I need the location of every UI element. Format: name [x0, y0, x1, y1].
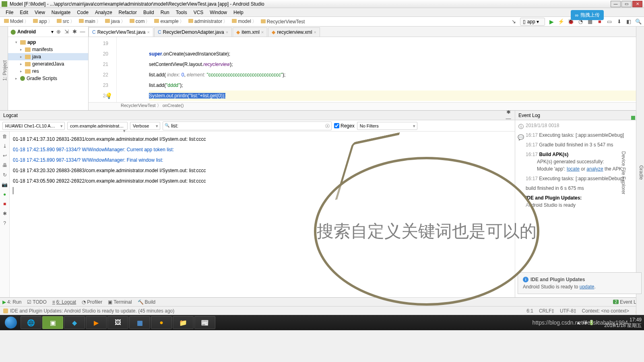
menu-edit[interactable]: Edit	[17, 10, 31, 15]
run-button[interactable]: ▶	[548, 19, 555, 25]
task-item[interactable]: 📁	[173, 316, 194, 329]
tab-RecyclerDemonAdapter.java[interactable]: C RecyclerDemonAdapter.java ×	[154, 27, 232, 37]
regex-checkbox[interactable]: Regex	[334, 123, 355, 129]
tree-generatedjava[interactable]: ▸generatedJava	[8, 60, 88, 68]
screenshot-icon[interactable]: 📷	[2, 181, 8, 188]
code-breadcrumb[interactable]: RecyclerViewTest 〉 onCreate()	[89, 102, 644, 110]
crumb-example[interactable]: example	[153, 18, 186, 25]
tab-recyclerview.xml[interactable]: ◆ recyclerview.xml ×	[268, 27, 320, 37]
crumb-app[interactable]: app	[31, 18, 54, 25]
tab-RecyclerViewTest.java[interactable]: C RecyclerViewTest.java ×	[89, 27, 153, 37]
balloon-icon[interactable]: 💬	[518, 134, 524, 140]
crumb-model[interactable]: model	[230, 18, 258, 25]
menu-navigate[interactable]: Navigate	[48, 10, 74, 15]
scroll-end-icon[interactable]: ⤓	[2, 143, 8, 149]
bottom-logcat[interactable]: ≡ 6: Logcat	[52, 299, 76, 305]
filter-combo[interactable]: No Filters	[357, 122, 417, 130]
close-icon[interactable]: ×	[147, 30, 150, 35]
logcat-output[interactable]: 01-18 17:41:37.310 26831-26831/com.examp…	[10, 132, 515, 297]
crumb-com[interactable]: com	[128, 18, 152, 25]
bottom-run[interactable]: ▶ 4: Run	[2, 299, 21, 305]
record-icon[interactable]: ●	[2, 191, 8, 197]
menu-build[interactable]: Build	[140, 10, 157, 15]
print-icon[interactable]: 🖶	[2, 162, 8, 169]
tree-header[interactable]: ⬤ Android ▾ ⊕ ⇲ ✱ —	[8, 27, 88, 37]
menu-refactor[interactable]: Refactor	[116, 10, 140, 15]
rail-project[interactable]: 1: Project	[2, 60, 8, 81]
task-item[interactable]: ◆	[64, 316, 85, 329]
crumb-main[interactable]: main	[77, 18, 103, 25]
editor-body[interactable]: 192021222324 super.onCreate(savedInstanc…	[89, 37, 644, 102]
sync-icon[interactable]: ↘	[510, 19, 517, 25]
crumb-java[interactable]: java	[103, 18, 127, 25]
device-combo[interactable]: HUAWEI Che1-CL10 A…	[2, 122, 65, 130]
sdk-icon[interactable]: ⬇	[616, 19, 622, 25]
tree-app[interactable]: ▾app	[8, 39, 88, 46]
search-icon[interactable]: 🔍	[635, 19, 642, 25]
restart-icon[interactable]: ↻	[2, 172, 8, 178]
context[interactable]: Context: <no context>	[582, 308, 629, 314]
lightbulb-icon[interactable]: 💡	[105, 90, 112, 101]
search-input[interactable]: list: ⓧ	[163, 121, 332, 130]
menu-vcs[interactable]: VCS	[190, 10, 207, 15]
close-icon[interactable]: ×	[261, 30, 264, 35]
task-item[interactable]: 📰	[194, 316, 215, 329]
wrap-icon[interactable]: ↩	[2, 152, 8, 159]
tree-res[interactable]: ▸res	[8, 68, 88, 75]
menu-tools[interactable]: Tools	[173, 10, 190, 15]
task-item[interactable]: 🖼	[107, 316, 128, 329]
crumb-recyclerviewtest[interactable]: RecyclerViewTest	[259, 19, 306, 25]
bottom-todo[interactable]: ☑ TODO	[27, 299, 46, 305]
minimize-button[interactable]: —	[611, 1, 621, 7]
collapse-icon[interactable]: ⇲	[63, 29, 70, 35]
tree-manifests[interactable]: ▸manifests	[8, 46, 88, 53]
terminate-icon[interactable]: ■	[2, 201, 8, 207]
charset[interactable]: UTF-8‡	[560, 308, 576, 314]
menu-help[interactable]: Help	[230, 10, 247, 15]
task-item[interactable]: ●	[151, 316, 172, 329]
update-popup[interactable]: iIDE and Plugin Updates Android Studio i…	[518, 272, 642, 294]
task-item[interactable]: 🌐	[21, 316, 41, 329]
tree-gradle-scripts[interactable]: ▸Gradle Scripts	[8, 75, 88, 82]
tree-java[interactable]: ▸java	[8, 53, 88, 60]
menu-code[interactable]: Code	[74, 10, 92, 15]
level-combo[interactable]: Verbose	[130, 122, 160, 130]
menu-run[interactable]: Run	[157, 10, 173, 15]
bottom-profiler[interactable]: ◔ Profiler	[82, 299, 102, 305]
settings-icon[interactable]: ✱	[2, 210, 8, 217]
layout-icon[interactable]: ◧	[625, 19, 632, 25]
bottom-build[interactable]: 🔨 Build	[138, 299, 156, 305]
cursor-pos[interactable]: 6:1	[526, 308, 533, 314]
target-icon[interactable]: ⊕	[55, 29, 62, 35]
close-icon[interactable]: ×	[226, 30, 228, 35]
menu-view[interactable]: View	[31, 10, 48, 15]
gear-icon[interactable]: ✱	[71, 29, 78, 35]
task-item[interactable]: ▣	[42, 316, 63, 329]
crumb-src[interactable]: src	[55, 18, 76, 25]
help-icon[interactable]: ?	[2, 220, 8, 226]
clear-search-icon[interactable]: ⓧ	[325, 123, 330, 129]
trash-icon[interactable]: 🗑	[2, 133, 8, 140]
apply-changes-icon[interactable]: ⚡	[558, 19, 564, 25]
avd-icon[interactable]: ▭	[606, 19, 613, 25]
maximize-button[interactable]: ▭	[621, 1, 632, 7]
close-button[interactable]: ✕	[632, 1, 642, 7]
crumb-model[interactable]: Model	[2, 18, 31, 25]
process-combo[interactable]: com.example.administrat…	[67, 122, 128, 130]
upload-badge[interactable]: ∞ 拖拽上传	[571, 10, 604, 20]
code[interactable]: super.onCreate(savedInstanceState); setC…	[117, 37, 644, 102]
hide-icon[interactable]: —	[79, 29, 86, 35]
update-link[interactable]: update	[580, 284, 594, 290]
crumb-administrator[interactable]: administrator	[187, 18, 229, 25]
tab-item.xml[interactable]: ◆ item.xml ×	[233, 27, 267, 37]
line-sep[interactable]: CRLF‡	[539, 308, 554, 314]
task-item[interactable]: ▦	[129, 316, 150, 329]
close-icon[interactable]: ×	[314, 30, 316, 35]
menu-analyze[interactable]: Analyze	[92, 10, 116, 15]
info-icon[interactable]: ⓘ	[518, 123, 524, 130]
task-item[interactable]: ▶	[86, 316, 107, 329]
start-button[interactable]	[2, 316, 20, 329]
bottom-terminal[interactable]: ▣ Terminal	[108, 299, 132, 305]
menu-window[interactable]: Window	[206, 10, 230, 15]
menu-file[interactable]: File	[2, 10, 17, 15]
